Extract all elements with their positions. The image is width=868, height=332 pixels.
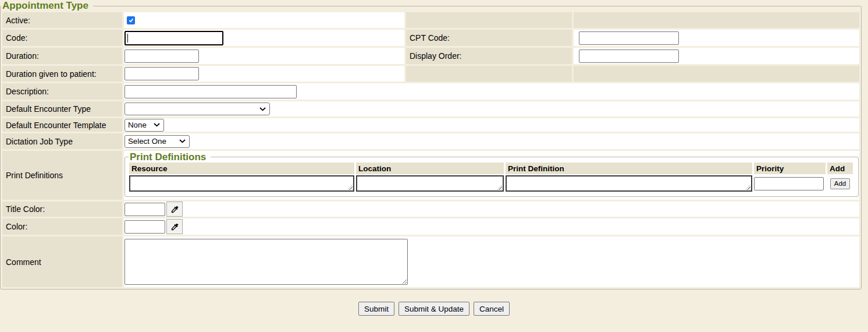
priority-input[interactable] (754, 177, 824, 190)
row-dictation-job-type: Dictation Job Type Select One (2, 133, 859, 149)
cpt-code-input[interactable] (579, 31, 679, 45)
add-column-header: Add (827, 163, 853, 174)
text-caret (127, 34, 128, 43)
page-title: Appointment Type (1, 0, 93, 12)
title-color-label: Title Color: (2, 202, 122, 217)
active-label: Active: (2, 12, 122, 28)
color-label: Color: (2, 218, 122, 235)
default-encounter-type-select[interactable] (124, 103, 270, 115)
active-checkbox[interactable] (127, 16, 135, 24)
resource-column-header: Resource (129, 163, 354, 174)
default-encounter-template-label: Default Encounter Template (2, 118, 122, 132)
eyedropper-icon (170, 222, 179, 231)
title-color-input[interactable] (124, 203, 165, 216)
chevron-down-icon (259, 107, 266, 111)
comment-label: Comment (2, 236, 122, 287)
row-color: Color: (2, 218, 859, 235)
resize-grip-icon[interactable] (497, 185, 502, 190)
submit-button[interactable]: Submit (358, 302, 394, 316)
print-definitions-header-row: Resource Location Print Definition Prior… (129, 163, 853, 174)
submit-and-update-button[interactable]: Submit & Update (399, 302, 469, 316)
add-print-definition-button[interactable]: Add (830, 178, 850, 189)
display-order-label: Display Order: (406, 48, 572, 64)
cpt-code-label: CPT Code: (406, 30, 572, 46)
row-title-color: Title Color: (2, 202, 859, 217)
print-definitions-fieldset: Print Definitions Resource Location Prin… (124, 151, 859, 197)
form-actions: Submit Submit & Update Cancel (0, 302, 868, 316)
chevron-down-icon (154, 123, 160, 127)
resize-grip-icon[interactable] (745, 185, 750, 190)
row-default-encounter-type: Default Encounter Type (2, 101, 859, 116)
empty-cell (574, 66, 859, 82)
display-order-input[interactable] (579, 50, 679, 63)
resize-grip-icon[interactable] (347, 185, 353, 190)
eyedropper-icon (170, 205, 179, 214)
description-label: Description: (2, 83, 122, 100)
code-label: Code: (2, 30, 122, 46)
print-definition-column-header: Print Definition (506, 163, 752, 174)
color-picker-button[interactable] (166, 219, 183, 234)
row-duration: Duration: Display Order: (2, 48, 859, 64)
color-input[interactable] (124, 220, 165, 234)
default-encounter-template-select[interactable]: None (124, 119, 164, 132)
duration-label: Duration: (2, 48, 122, 64)
print-definitions-input-row: Add (129, 175, 853, 192)
print-definitions-label: Print Definitions (2, 151, 122, 200)
row-code: Code: CPT Code: (2, 30, 859, 46)
dictation-job-type-label: Dictation Job Type (2, 133, 122, 149)
appointment-type-fieldset: Appointment Type Active: Code: (0, 0, 862, 289)
duration-patient-input[interactable] (124, 67, 199, 80)
resource-listbox[interactable] (129, 175, 354, 192)
row-active: Active: (2, 12, 859, 28)
title-color-picker-button[interactable] (166, 202, 183, 217)
duration-input[interactable] (124, 50, 199, 63)
selected-value: None (128, 121, 147, 129)
row-default-encounter-template: Default Encounter Template None (2, 118, 859, 132)
empty-cell (406, 66, 572, 82)
row-comment: Comment (2, 236, 859, 287)
print-definitions-title: Print Definitions (129, 151, 211, 163)
row-print-definitions: Print Definitions Print Definitions Reso… (2, 151, 859, 200)
code-input[interactable] (124, 31, 223, 45)
duration-patient-label: Duration given to patient: (2, 66, 122, 82)
comment-textarea[interactable] (124, 239, 408, 285)
row-duration-patient: Duration given to patient: (2, 66, 859, 82)
location-listbox[interactable] (356, 175, 504, 192)
checkmark-icon (128, 17, 134, 23)
chevron-down-icon (179, 139, 186, 143)
dictation-job-type-select[interactable]: Select One (124, 135, 190, 148)
empty-cell (574, 12, 859, 28)
location-column-header: Location (356, 163, 504, 174)
priority-column-header: Priority (754, 163, 826, 174)
cancel-button[interactable]: Cancel (474, 302, 510, 316)
default-encounter-type-label: Default Encounter Type (2, 101, 122, 116)
appointment-form-table: Active: Code: CPT Code: (1, 10, 861, 289)
print-definitions-table: Resource Location Print Definition Prior… (127, 161, 855, 193)
selected-value: Select One (128, 137, 166, 146)
description-input[interactable] (124, 85, 297, 98)
print-definition-listbox[interactable] (506, 175, 752, 192)
empty-cell (406, 12, 572, 28)
row-description: Description: (2, 83, 859, 100)
